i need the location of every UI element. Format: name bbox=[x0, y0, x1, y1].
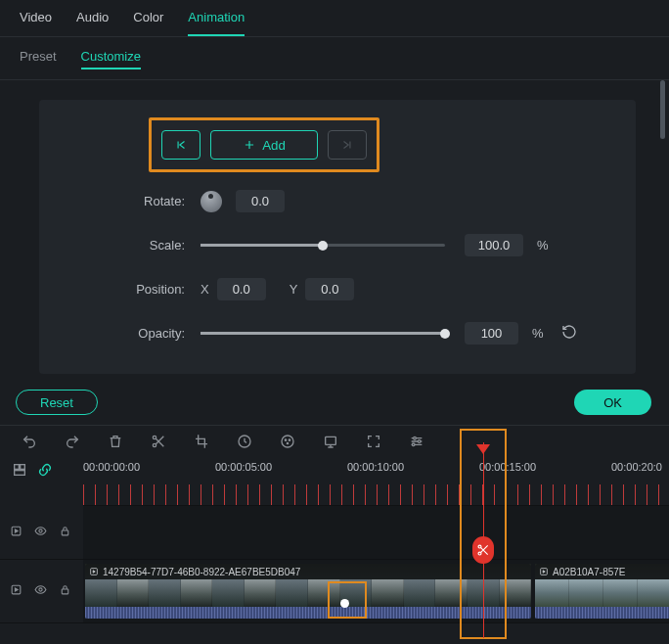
svg-point-0 bbox=[153, 436, 156, 438]
edit-toolbar bbox=[0, 425, 669, 457]
clip-1[interactable]: 14279B54-77D7-46B0-8922-AE67BE5DB047 bbox=[85, 564, 531, 619]
svg-point-18 bbox=[39, 588, 42, 591]
expand-icon[interactable] bbox=[366, 434, 381, 449]
tab-color[interactable]: Color bbox=[133, 10, 163, 36]
position-y-value[interactable]: 0.0 bbox=[305, 278, 354, 300]
link-icon[interactable] bbox=[37, 462, 53, 481]
speed-icon[interactable] bbox=[237, 434, 252, 449]
clip-1-label: 14279B54-77D7-46B0-8922-AE67BE5DB047 bbox=[103, 567, 300, 577]
svg-point-1 bbox=[153, 443, 156, 446]
rotate-label: Rotate: bbox=[59, 194, 201, 208]
split-icon[interactable] bbox=[151, 434, 166, 449]
track-mode-icon[interactable] bbox=[12, 462, 27, 481]
opacity-value[interactable]: 100 bbox=[465, 322, 518, 345]
add-keyframe-label: Add bbox=[262, 138, 286, 153]
svg-point-8 bbox=[414, 437, 417, 439]
svg-point-4 bbox=[285, 439, 286, 440]
opacity-label: Opacity: bbox=[59, 326, 201, 341]
customize-panel: Add Rotate: 0.0 Scale: 100.0 % Position:… bbox=[39, 100, 636, 374]
timecode: 00:00:00:00 bbox=[83, 461, 140, 473]
track-visibility-icon[interactable] bbox=[34, 583, 47, 599]
scrollbar-thumb[interactable] bbox=[660, 80, 665, 139]
svg-rect-19 bbox=[62, 589, 68, 594]
timeline: 00:00:00:00 00:00:05:00 00:00:10:00 00:0… bbox=[0, 457, 669, 623]
add-keyframe-button[interactable]: Add bbox=[210, 130, 318, 160]
green-screen-icon[interactable] bbox=[323, 434, 338, 449]
scale-value[interactable]: 100.0 bbox=[465, 234, 523, 256]
position-x-label: X bbox=[201, 282, 209, 297]
crop-icon[interactable] bbox=[194, 434, 209, 449]
svg-rect-13 bbox=[15, 470, 25, 475]
opacity-reset-icon[interactable] bbox=[561, 324, 577, 343]
svg-rect-7 bbox=[326, 437, 336, 444]
svg-rect-12 bbox=[21, 464, 25, 469]
svg-rect-11 bbox=[15, 464, 20, 469]
next-keyframe-button bbox=[328, 130, 367, 160]
subtab-customize[interactable]: Customize bbox=[81, 49, 141, 69]
svg-point-5 bbox=[289, 439, 290, 440]
reset-button[interactable]: Reset bbox=[16, 390, 98, 415]
svg-point-3 bbox=[282, 436, 293, 447]
keyframe-controls-highlight: Add bbox=[149, 117, 379, 172]
position-y-label: Y bbox=[290, 282, 298, 297]
clip-2[interactable]: A02B10A7-857E bbox=[535, 564, 669, 619]
prev-keyframe-button[interactable] bbox=[161, 130, 201, 160]
scale-slider[interactable] bbox=[201, 244, 445, 247]
rotate-value[interactable]: 0.0 bbox=[236, 190, 285, 212]
track-play-icon[interactable] bbox=[10, 525, 22, 540]
opacity-pct: % bbox=[532, 326, 544, 341]
timecode-ruler[interactable]: 00:00:00:00 00:00:05:00 00:00:10:00 00:0… bbox=[0, 457, 669, 484]
ok-button[interactable]: OK bbox=[574, 390, 651, 415]
keyframe-marker[interactable] bbox=[340, 599, 349, 608]
track-play-icon[interactable] bbox=[10, 583, 22, 599]
scale-label: Scale: bbox=[59, 238, 201, 253]
track-lock-icon[interactable] bbox=[59, 525, 71, 540]
timecode: 00:00:05:00 bbox=[215, 461, 272, 473]
split-marker[interactable] bbox=[472, 536, 494, 564]
tab-audio[interactable]: Audio bbox=[76, 10, 109, 36]
svg-point-15 bbox=[39, 529, 42, 532]
color-icon[interactable] bbox=[280, 434, 295, 449]
redo-icon[interactable] bbox=[65, 434, 80, 449]
svg-point-9 bbox=[418, 440, 421, 443]
timecode: 00:00:20:0 bbox=[611, 461, 662, 473]
undo-icon[interactable] bbox=[22, 434, 37, 449]
scale-pct: % bbox=[537, 238, 549, 253]
track-visibility-icon[interactable] bbox=[34, 525, 47, 540]
tab-animation[interactable]: Animation bbox=[188, 10, 245, 36]
svg-point-23 bbox=[478, 552, 481, 555]
svg-point-6 bbox=[287, 442, 288, 443]
rotate-dial[interactable] bbox=[201, 191, 222, 212]
timecode: 00:00:15:00 bbox=[479, 461, 536, 473]
svg-point-22 bbox=[478, 545, 481, 548]
delete-icon[interactable] bbox=[108, 434, 123, 449]
subtab-preset[interactable]: Preset bbox=[20, 49, 57, 69]
ruler-ticks bbox=[83, 484, 669, 506]
timecode: 00:00:10:00 bbox=[347, 461, 404, 473]
svg-rect-16 bbox=[62, 530, 68, 535]
svg-point-10 bbox=[412, 443, 415, 446]
track-2: 14279B54-77D7-46B0-8922-AE67BE5DB047 A02… bbox=[0, 560, 669, 623]
opacity-slider[interactable] bbox=[201, 332, 445, 335]
tab-video[interactable]: Video bbox=[20, 10, 52, 36]
position-label: Position: bbox=[59, 282, 201, 297]
track-1 bbox=[0, 506, 669, 560]
adjust-icon[interactable] bbox=[409, 434, 424, 449]
track-lock-icon[interactable] bbox=[59, 583, 71, 599]
position-x-value[interactable]: 0.0 bbox=[217, 278, 266, 300]
clip-2-label: A02B10A7-857E bbox=[553, 567, 626, 577]
